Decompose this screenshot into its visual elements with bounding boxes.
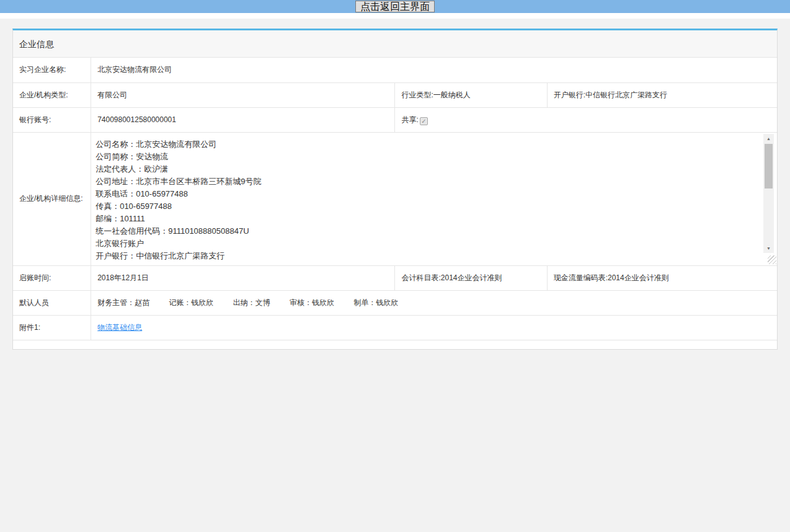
- opening-bank-value: 开户银行:中信银行北京广渠路支行: [547, 82, 777, 107]
- detail-scrollbar[interactable]: ▲ ▼: [763, 134, 774, 253]
- scrollbar-thumb[interactable]: [765, 144, 773, 188]
- attachment-link[interactable]: 物流基础信息: [97, 323, 142, 332]
- table-row-org-type: 企业/机构类型: 有限公司 行业类型:一般纳税人 开户银行:中信银行北京广渠路支…: [13, 82, 777, 107]
- detail-line: 统一社会信用代码：91110108880508847U: [95, 225, 758, 237]
- panel-title: 企业信息: [13, 30, 777, 58]
- enterprise-info-panel: 企业信息 实习企业名称: 北京安达物流有限公司 企业/机构类型: 有限公司 行业…: [12, 29, 778, 350]
- detail-line: 开户银行：中信银行北京广渠路支行: [95, 250, 758, 262]
- detail-line: 公司简称：安达物流: [95, 151, 758, 163]
- checkmark-icon: ✓: [421, 118, 426, 125]
- org-detail-cell: 公司名称：北京安达物流有限公司 公司简称：安达物流 法定代表人：欧沪潇 公司地址…: [91, 132, 777, 265]
- start-date-value: 2018年12月1日: [91, 265, 395, 290]
- staff-finance-manager: 财务主管：赵苗: [97, 298, 149, 308]
- share-cell: 共享:✓: [395, 107, 777, 132]
- scrollbar-up-arrow-icon[interactable]: ▲: [763, 134, 774, 143]
- attachment-label: 附件1:: [13, 315, 91, 340]
- company-name-label: 实习企业名称:: [13, 58, 91, 82]
- table-row-company-name: 实习企业名称: 北京安达物流有限公司: [13, 58, 777, 82]
- detail-line: 联系电话：010-65977488: [95, 188, 758, 200]
- scrollbar-down-arrow-icon[interactable]: ▼: [763, 244, 774, 253]
- default-staff-cell: 财务主管：赵苗 记账：钱欣欣 出纳：文博 审核：钱欣欣 制单：钱欣欣: [91, 290, 777, 315]
- share-checkbox[interactable]: ✓: [420, 117, 428, 125]
- detail-line: 传真：010-65977488: [95, 200, 758, 213]
- industry-type-value: 行业类型:一般纳税人: [395, 82, 547, 107]
- detail-line: 北京银行账户: [95, 237, 758, 250]
- table-row-org-detail: 企业/机构详细信息: 公司名称：北京安达物流有限公司 公司简称：安达物流 法定代…: [13, 132, 777, 265]
- default-staff-label: 默认人员: [13, 290, 91, 315]
- attachment-cell: 物流基础信息: [91, 315, 777, 340]
- staff-auditor: 审核：钱欣欣: [290, 298, 334, 308]
- detail-line: 公司名称：北京安达物流有限公司: [95, 138, 758, 151]
- bank-account-value: 7400980012580000001: [91, 107, 395, 132]
- staff-bookkeeper: 记账：钱欣欣: [169, 298, 214, 308]
- table-row-bank-account: 银行账号: 7400980012580000001 共享:✓: [13, 107, 777, 132]
- company-name-value: 北京安达物流有限公司: [91, 58, 777, 82]
- bank-account-label: 银行账号:: [13, 107, 91, 132]
- org-detail-label: 企业/机构详细信息:: [13, 132, 91, 265]
- staff-voucher-maker: 制单：钱欣欣: [354, 298, 399, 308]
- detail-line: 邮编：101111: [95, 213, 758, 225]
- detail-line: 法定代表人：欧沪潇: [95, 163, 758, 175]
- staff-cashier: 出纳：文博: [233, 298, 270, 308]
- resize-grip-icon[interactable]: [768, 255, 776, 264]
- top-blue-bar: 点击返回主界面: [0, 0, 790, 13]
- org-detail-textarea[interactable]: 公司名称：北京安达物流有限公司 公司简称：安达物流 法定代表人：欧沪潇 公司地址…: [91, 133, 777, 265]
- return-main-button[interactable]: 点击返回主界面: [355, 1, 435, 12]
- detail-line: 公司地址：北京市丰台区丰桥路三环新城9号院: [95, 175, 758, 188]
- enterprise-info-table: 实习企业名称: 北京安达物流有限公司 企业/机构类型: 有限公司 行业类型:一般…: [13, 58, 777, 340]
- org-detail-text: 公司名称：北京安达物流有限公司 公司简称：安达物流 法定代表人：欧沪潇 公司地址…: [91, 133, 777, 262]
- table-row-start-date: 启账时间: 2018年12月1日 会计科目表:2014企业会计准则 现金流量编码…: [13, 265, 777, 290]
- table-row-default-staff: 默认人员 财务主管：赵苗 记账：钱欣欣 出纳：文博 审核：钱欣欣 制单：钱欣欣: [13, 290, 777, 315]
- table-row-attachment: 附件1: 物流基础信息: [13, 315, 777, 340]
- share-label: 共享:: [401, 115, 418, 124]
- page-background: 企业信息 实习企业名称: 北京安达物流有限公司 企业/机构类型: 有限公司 行业…: [0, 19, 790, 532]
- start-date-label: 启账时间:: [13, 265, 91, 290]
- org-type-value: 有限公司: [91, 82, 395, 107]
- cashflow-table-value: 现金流量编码表:2014企业会计准则: [547, 265, 777, 290]
- org-type-label: 企业/机构类型:: [13, 82, 91, 107]
- account-chart-value: 会计科目表:2014企业会计准则: [395, 265, 547, 290]
